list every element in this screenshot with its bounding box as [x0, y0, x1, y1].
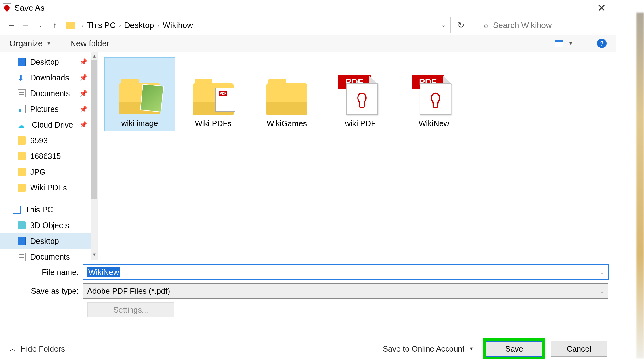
pin-icon: 📌 [80, 121, 87, 129]
background-image [636, 13, 644, 358]
sidebar-item-desktop[interactable]: Desktop [0, 233, 98, 249]
sidebar-item-label: Desktop [30, 237, 59, 246]
pdf-app-icon [3, 3, 11, 12]
breadcrumb-mid[interactable]: Desktop [124, 20, 154, 30]
sidebar-item-label: iCloud Drive [30, 120, 73, 129]
sidebar-item-label: 3D Objects [30, 221, 69, 230]
chevron-down-icon[interactable]: ▼ [469, 346, 474, 352]
filetype-select[interactable]: Adobe PDF Files (*.pdf) ⌄ [83, 283, 608, 299]
window-title: Save As [14, 3, 44, 13]
breadcrumb-root[interactable]: This PC [87, 20, 116, 30]
forward-button[interactable]: → [19, 19, 32, 31]
scroll-thumb[interactable] [91, 60, 97, 199]
chevron-right-icon: › [157, 22, 159, 29]
close-button[interactable]: ✕ [590, 2, 613, 14]
chevron-down-icon[interactable]: ⌄ [600, 288, 604, 294]
sidebar-item-wiki-pdfs[interactable]: Wiki PDFs [0, 180, 98, 195]
navigation-row: ← → ⌄ ↑ › This PC › Desktop › Wikihow ⌄ … [0, 16, 616, 35]
file-label: Wiki PDFs [195, 119, 232, 128]
folder-icon [18, 152, 26, 160]
folder-icon [266, 83, 307, 115]
settings-button[interactable]: Settings... [87, 302, 174, 317]
up-button[interactable]: ↑ [48, 19, 61, 31]
pdf-file-icon: PDF [410, 74, 458, 115]
cloud-icon [18, 121, 26, 129]
breadcrumb-leaf[interactable]: Wikihow [163, 20, 193, 30]
filetype-label: Save as type: [8, 287, 83, 296]
back-button[interactable]: ← [5, 19, 18, 31]
pin-icon: 📌 [80, 74, 87, 81]
search-placeholder: Search Wikihow [493, 20, 552, 30]
sidebar: Desktop📌Downloads📌Documents📌Pictures📌iCl… [0, 52, 98, 260]
sidebar-item-label: Documents [30, 252, 70, 261]
scroll-up-icon[interactable]: ▴ [91, 53, 98, 60]
pin-icon: 📌 [80, 90, 87, 97]
sidebar-item-pictures[interactable]: Pictures📌 [0, 101, 98, 117]
filename-input[interactable]: WikiNew ⌄ [83, 265, 608, 280]
address-bar[interactable]: › This PC › Desktop › Wikihow ⌄ [63, 17, 451, 33]
file-tile-wiki-pdfs[interactable]: PDFWiki PDFs [178, 57, 248, 131]
sidebar-item-desktop[interactable]: Desktop📌 [0, 54, 98, 70]
sidebar-item-icloud-drive[interactable]: iCloud Drive📌 [0, 117, 98, 133]
sidebar-item-6593[interactable]: 6593 [0, 133, 98, 148]
pdf-file-icon: PDF [337, 74, 384, 115]
file-tile-wiki-image[interactable]: wiki image [104, 57, 175, 131]
chevron-down-icon[interactable]: ▼ [47, 41, 52, 46]
scroll-down-icon[interactable]: ▾ [91, 251, 98, 259]
pin-icon: 📌 [80, 58, 87, 66]
file-tile-wikigames[interactable]: WikiGames [252, 57, 322, 131]
chevron-down-icon[interactable]: ⌄ [600, 269, 604, 276]
desktop-icon [18, 58, 26, 66]
save-button-highlight: Save [483, 338, 545, 359]
sidebar-item-label: JPG [30, 167, 46, 177]
hide-folders-toggle[interactable]: ︿ Hide Folders [9, 344, 65, 354]
sidebar-item-1686315[interactable]: 1686315 [0, 148, 98, 164]
doc-icon [18, 89, 26, 97]
filetype-value: Adobe PDF Files (*.pdf) [87, 287, 170, 296]
sidebar-item-label: Wiki PDFs [30, 183, 67, 192]
cancel-button[interactable]: Cancel [551, 341, 607, 357]
pc-icon [13, 206, 21, 214]
file-label: WikiNew [419, 119, 449, 128]
folder-icon [18, 168, 26, 176]
save-as-dialog: Save As ✕ ← → ⌄ ↑ › This PC › Desktop › … [0, 0, 616, 362]
sidebar-item-documents[interactable]: Documents [0, 249, 98, 265]
title-bar: Save As ✕ [0, 0, 616, 16]
pic-icon [18, 105, 26, 113]
file-label: wiki image [121, 119, 158, 128]
organize-button[interactable]: Organize [9, 39, 43, 48]
sidebar-scrollbar[interactable]: ▴ ▾ [91, 52, 98, 260]
view-dropdown-icon[interactable]: ▼ [568, 41, 573, 46]
sidebar-item-downloads[interactable]: Downloads📌 [0, 70, 98, 85]
3d-icon [18, 221, 26, 229]
sidebar-item-documents[interactable]: Documents📌 [0, 85, 98, 101]
save-form: File name: WikiNew ⌄ Save as type: Adobe… [0, 260, 616, 317]
folder-icon [66, 22, 75, 29]
sidebar-item-label: 6593 [30, 136, 48, 145]
folder-icon [18, 184, 26, 192]
sidebar-item-label: 1686315 [30, 152, 61, 161]
folder-icon [18, 136, 26, 145]
sidebar-item-label: Desktop [30, 58, 59, 67]
recent-dropdown[interactable]: ⌄ [34, 19, 47, 31]
folder-icon: PDF [193, 83, 234, 115]
refresh-button[interactable]: ↻ [452, 17, 469, 33]
help-button[interactable]: ? [597, 39, 607, 48]
file-tile-wikinew[interactable]: PDFWikiNew [399, 57, 469, 131]
chevron-up-icon: ︿ [9, 344, 17, 354]
file-tile-wiki-pdf[interactable]: PDFwiki PDF [325, 57, 396, 131]
filename-label: File name: [8, 268, 83, 277]
sidebar-item-jpg[interactable]: JPG [0, 164, 98, 180]
search-icon: ⌕ [484, 20, 489, 30]
file-grid[interactable]: wiki imagePDFWiki PDFsWikiGamesPDFwiki P… [98, 52, 616, 260]
sidebar-item-3d-objects[interactable]: 3D Objects [0, 217, 98, 233]
filename-value: WikiNew [87, 267, 120, 277]
chevron-right-icon: › [81, 22, 84, 29]
address-dropdown-icon[interactable]: ⌄ [441, 22, 446, 29]
new-folder-button[interactable]: New folder [70, 39, 109, 48]
search-input[interactable]: ⌕ Search Wikihow [479, 17, 611, 33]
sidebar-item-this-pc[interactable]: This PC [0, 202, 98, 217]
save-online-button[interactable]: Save to Online Account [383, 344, 464, 354]
view-mode-icon[interactable] [555, 40, 563, 47]
save-button[interactable]: Save [486, 341, 542, 357]
